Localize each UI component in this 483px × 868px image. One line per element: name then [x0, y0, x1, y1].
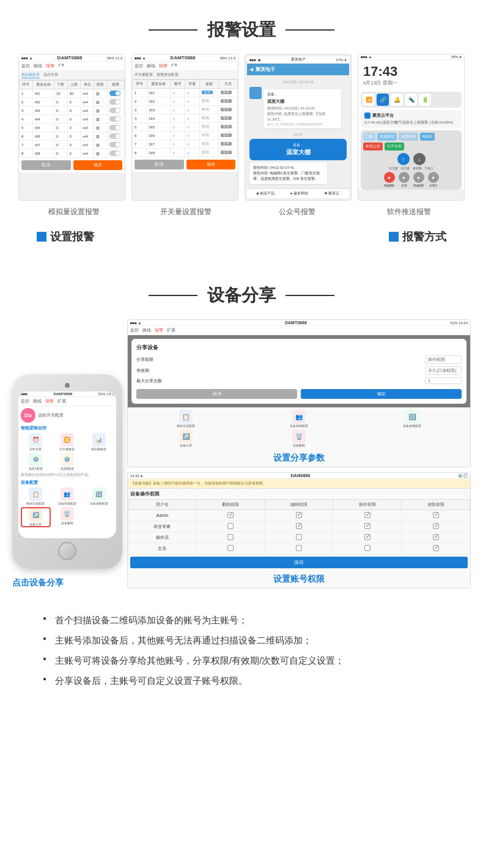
save-btn2[interactable]: 保存 — [186, 160, 236, 169]
control-arrows: ↑ ↓ — [363, 153, 459, 165]
cancel-btn[interactable]: 取消 — [21, 160, 71, 170]
btn-row2: 取消 保存 — [132, 157, 238, 172]
chat-msg1: 设备： 温室大棚 报告时间: 04/12(日) 22:19:29 报告内容: 温… — [249, 87, 347, 131]
list-item: 主账号添加设备后，其他账号无法再通过扫描设备二维码添加； — [43, 630, 452, 650]
table-row: 8DI8○○禁用导开 — [133, 149, 238, 157]
perm-row: 文员 — [128, 543, 470, 554]
share-screenshots: ■■■ DAMT0888 51% 13:3 监控 曲线 报警 扩展 Do — [12, 319, 471, 588]
label-analog: 模拟量设置报警 — [18, 207, 130, 217]
status-bar2: ■■■ ▲ DAMT0888 56% 11:3 — [132, 54, 238, 62]
app-nav2: 监控 曲线 报警 扩展 — [132, 62, 238, 71]
app-tab-row2: 开关量配置、报警推送配置 — [132, 71, 238, 80]
table-row: 1AI11030mA▥ — [20, 89, 125, 98]
label-push: 软件推送报警 — [353, 207, 465, 217]
chat-msg2: 报告时间: 04/13 02:37:41 报告内容: 电磁阀2发生报警。门窗发生… — [249, 163, 327, 184]
table-row: 5DI5○○禁用导开 — [133, 123, 238, 132]
table-row: 7AI700mA▥ — [20, 141, 125, 149]
feature-alarm-text: 设置报警 — [50, 229, 94, 244]
share-title-text: 设备分享 — [207, 284, 276, 307]
save-btn[interactable]: 保存 — [73, 160, 123, 170]
table-row: 8AI800mA▥ — [20, 149, 125, 158]
app-screen-area: 门窗 水池水位 温度检测 电源A 米控公告 行开全部 ↑ ↓ 开天窗 关天窗 卷… — [361, 130, 462, 190]
blue-square-icon2 — [389, 232, 399, 242]
table-row: 3DI3○○禁用导开 — [133, 106, 238, 114]
perm-save-btn[interactable]: 保存 — [130, 557, 468, 568]
modal-confirm-btn[interactable]: 确定 — [301, 389, 462, 399]
alarm-title-text: 报警设置 — [207, 18, 276, 42]
share-param-label: 设置分享参数 — [128, 450, 470, 467]
push-alarm-screen: ■■■ ▲ 45% ● 17:43 4月13日 星期一 📶 🔗 🔔 🔦 🔋 — [358, 54, 465, 201]
modal-btns: 取消 确定 — [136, 389, 462, 399]
feature-label-method: 报警方式 — [242, 229, 446, 244]
list-item: 分享设备后，主账号可自定义设置子账号权限。 — [43, 670, 452, 691]
table-row: 6DI6○○禁用导开 — [133, 132, 238, 140]
push-status: ■■■ ▲ 45% ● — [358, 54, 464, 60]
perm-row: 农业专家 — [128, 521, 470, 532]
share-perm-label: 设置账号权限 — [128, 571, 470, 588]
status-bar: ■■■ ▲ DAMT0888 56% 11:3 — [19, 54, 125, 62]
perm-table: 用户名 删除权限 编辑权限 操作权限 读取权限 Admin — [128, 499, 470, 554]
analog-table: 序号 通道名称 下限 上限 单位 图形 报警 1AI11030mA▥ 2AI20… — [19, 80, 125, 158]
table-row: 7DI7○○禁用导开 — [133, 140, 238, 149]
table-row: 4AI400mA▥ — [20, 115, 125, 124]
label-switch: 开关量设置报警 — [130, 207, 242, 217]
wechat-bottom: ■ 购买产品 ● 服务帮助 ◈ 聚芙云 — [247, 188, 349, 198]
share-params-screen: ■■■ ▲ DAMT0888 51% 13:24 监控 曲线 报警 扩展 分享设… — [127, 319, 471, 467]
alarm-labels: 模拟量设置报警 开关量设置报警 公众号报警 软件推送报警 — [18, 207, 465, 217]
table-row: 1DI1○○允功导开 — [133, 89, 238, 97]
warning-bar: 【设备功能】设备二维码只能扫描添加一次，当前添加的用户权限默认为所有权限。 — [128, 479, 470, 489]
wechat-status: ■■■ ◀ 聚芙电子 57% ● — [247, 56, 349, 64]
push-time-area: 17:43 4月13日 星期一 — [358, 60, 464, 90]
feature-labels: 设置报警 报警方式 — [18, 226, 465, 253]
wechat-content: 04/12(日) 22:19:29 设备： 温室大棚 报告时间: 04/12(日… — [247, 75, 349, 188]
cancel-btn2[interactable]: 取消 — [135, 160, 184, 169]
table-row: 2DI2○○禁用导开 — [133, 97, 238, 106]
phone-home-button[interactable] — [58, 542, 76, 560]
share-title: 设备分享 — [12, 265, 471, 319]
permission-screen: 14:32 ● DAM0888 ⚙️ 💬 【设备功能】设备二维码只能扫描添加一次… — [127, 472, 471, 588]
share-right-screens: ■■■ ▲ DAMT0888 51% 13:24 监控 曲线 报警 扩展 分享设… — [127, 319, 471, 588]
device-controls: ● 电磁阀1 ● 水泵 ● 电磁阀2 ● 水泵2 — [363, 172, 459, 187]
table-row: 2AI200mA▥ — [20, 98, 125, 106]
push-notification: 聚芙云平台 [17:43:16] [温室大棚]气温发生上报预警, [当前:19.… — [361, 110, 462, 128]
perm-row: Admin — [128, 510, 470, 521]
feature-label-alarm: 设置报警 — [37, 229, 242, 244]
list-item: 首个扫描设备二维码添加设备的账号为主账号； — [43, 610, 452, 630]
table-row: 4DI4○○禁用导开 — [133, 114, 238, 123]
perm-row: 操作员 — [128, 532, 470, 543]
table-row: 3AI300mA▥ — [20, 106, 125, 115]
modal-cancel-btn[interactable]: 取消 — [136, 389, 297, 399]
list-item: 主账号可将设备分享给其他账号，分享权限/有效期/次数可自定义设置； — [43, 650, 452, 670]
wechat-screen: ■■■ ◀ 聚芙电子 57% ● ◀ 聚芙电子 04/12(日) 22:19:2… — [245, 54, 351, 200]
wechat-header: ◀ 聚芙电子 — [247, 64, 349, 75]
phone-outer: ■■■ DAMT0888 51% 13:3 监控 曲线 报警 扩展 Do — [12, 374, 122, 569]
phone-camera — [65, 383, 70, 388]
app-nav: 监控 曲线 报警 扩展 — [19, 62, 125, 71]
table-row: 5AI500mA▥ — [20, 124, 125, 132]
alarm-title: 报警设置 — [18, 0, 465, 54]
share-section: 设备分享 ■■■ DAMT0888 51% 13:3 监控 曲线 报警 扩展 — [0, 265, 483, 721]
quick-settings: 📶 🔗 🔔 🔦 🔋 — [361, 92, 462, 108]
switch-table: 序号 通道名称 断开 导通 使能 方式 1DI1○○允功导开 2DI2○○禁用导… — [132, 80, 238, 157]
alarm-section: 报警设置 ■■■ ▲ DAMT0888 56% 11:3 监控 曲线 报警 扩展… — [0, 0, 483, 265]
app-buttons2: 米控公告 行开全部 — [363, 143, 459, 150]
app-config: Do 远程开关配置 智能逻辑自控 ⏰ 定时设置 🔀 开关量触发 — [18, 406, 116, 529]
blue-square-icon — [37, 232, 46, 242]
click-share-label: 点击设备分享 — [12, 577, 64, 588]
phone-inner: ■■■ DAMT0888 51% 13:3 监控 曲线 报警 扩展 Do — [18, 391, 116, 538]
phone-mockup: ■■■ DAMT0888 51% 13:3 监控 曲线 报警 扩展 Do — [12, 374, 122, 588]
phone-app-nav: 监控 曲线 报警 扩展 — [18, 397, 116, 406]
wechat-alarm-screen: ■■■ ◀ 聚芙电子 57% ● ◀ 聚芙电子 04/12(日) 22:19:2… — [245, 54, 352, 201]
app-buttons: 门窗 水池水位 温度检测 电源A — [363, 133, 459, 141]
device-notification: 设备： 温室大棚 — [249, 139, 347, 160]
perm-section-title: 设备操作权限 — [128, 489, 470, 499]
feature-method-text: 报警方式 — [402, 229, 446, 244]
btn-row: 取消 保存 — [19, 158, 125, 172]
table-row: 6AI600mA▥ — [20, 132, 125, 141]
alarm-screenshots: ■■■ ▲ DAMT0888 56% 11:3 监控 曲线 报警 扩展 模拟量配… — [18, 54, 465, 201]
share-icon-item[interactable]: ↗️ 设备分享 — [21, 507, 51, 527]
share-modal: 分享设备 分享权限 操作权限 有效期 永久(只读权限) 最大分享次数 1 — [128, 335, 470, 407]
click-share-area: 点击设备分享 — [12, 573, 122, 588]
analog-alarm-screen: ■■■ ▲ DAMT0888 56% 11:3 监控 曲线 报警 扩展 模拟量配… — [18, 54, 125, 201]
label-wechat: 公众号报警 — [242, 207, 353, 217]
